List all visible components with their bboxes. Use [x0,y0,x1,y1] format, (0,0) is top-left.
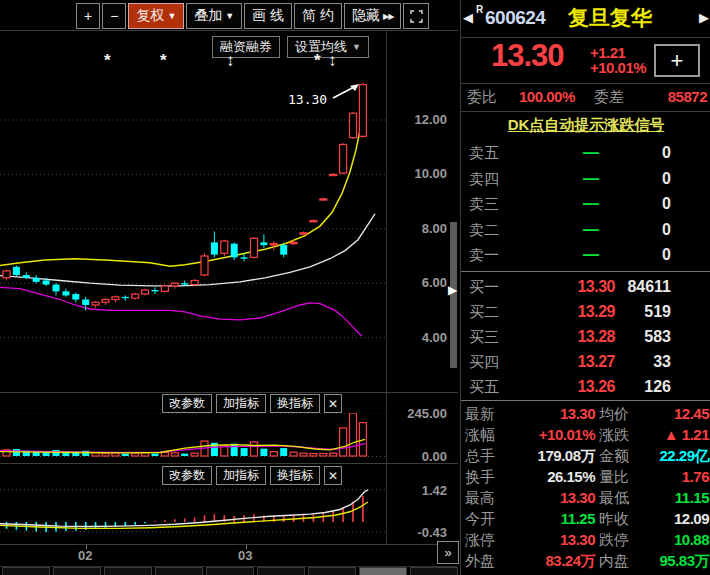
price-tick-label: 6.00 [387,275,447,290]
bid-level-volume: 583 [644,328,671,346]
chevron-down-icon: ▼ [352,43,361,52]
stat-row: 最高 13.30 最低 11.15 [461,488,710,509]
ask-level-label: 卖三 [469,195,499,214]
fullscreen-button[interactable] [403,3,429,29]
ask-level-volume: 0 [662,195,671,213]
bid-level-row[interactable]: 买三 13.28 583 [461,326,710,351]
stat-label: 外盘 [465,552,495,571]
price-tick-label: 8.00 [387,221,447,236]
indicator-tab[interactable] [206,567,254,575]
stat-row: 今开 11.25 昨收 12.09 [461,509,710,530]
stat-value: 83.24万 [545,552,595,571]
stat-label: 总手 [465,447,495,466]
bid-level-label: 买五 [469,378,499,397]
margin-trading-button[interactable]: 融资融券 [212,36,280,58]
volume-tick-label: 245.00 [387,406,447,421]
macd-chart[interactable] [0,487,388,539]
stat-label: 涨跌 [599,426,629,445]
weibi-row: 委比 100.00% 委差 85872 [461,88,710,108]
ask-level-price: — [583,195,599,213]
indicator-tab[interactable] [359,567,407,575]
simple-mode-button[interactable]: 简 约 [294,3,342,29]
bid-level-label: 买二 [469,303,499,322]
stat-value: 95.83万 [659,552,709,571]
bid-level-volume: 126 [644,378,671,396]
ask-level-row[interactable]: 卖四 — 0 [461,168,710,193]
bid-level-row[interactable]: 买四 13.27 33 [461,351,710,376]
event-marker-icon: ↕ [328,54,337,68]
hide-button[interactable]: 隐藏▶▶ [344,3,401,29]
ask-level-volume: 0 [662,246,671,264]
time-tick-label: 03 [238,548,252,563]
bid-level-row[interactable]: 买五 13.26 126 [461,376,710,401]
expand-right-button[interactable]: » [437,541,459,564]
bid-level-price: 13.30 [577,278,615,296]
indicator-tab[interactable] [308,567,356,575]
time-tick-label: 02 [78,548,92,563]
bid-level-volume: 84611 [627,278,671,296]
ask-level-price: — [583,221,599,239]
close-panel-icon[interactable]: ✕ [324,394,342,413]
switch-indicator-button[interactable]: 换指标 [270,466,320,485]
bid-level-price: 13.29 [577,303,615,321]
prev-stock-arrow[interactable]: ◀ [463,10,473,25]
stat-value: +10.01% [539,426,595,443]
stat-label: 金额 [599,447,629,466]
add-indicator-button[interactable]: 加指标 [216,394,266,413]
stat-value: 26.15% [547,468,595,485]
bid-level-price: 13.26 [577,378,615,396]
collapse-handle-icon[interactable]: ▶ [448,283,457,297]
stat-value: 10.88 [674,531,709,548]
stock-app-window: + − 复权▼ 叠加▼ 画 线 简 约 隐藏▶▶ 融资融券 设置均线▼ **↕*… [0,0,710,575]
zoom-in-button[interactable]: + [76,3,100,29]
axis-divider [386,31,387,544]
stat-value: 13.30 [560,489,595,506]
ask-level-label: 卖五 [469,144,499,163]
zoom-out-button[interactable]: − [102,3,126,29]
indicator-tab[interactable] [2,567,50,575]
dk-signal-link[interactable]: DK点自动提示涨跌信号 [461,116,710,135]
last-price: 13.30 [491,38,564,74]
stat-value: 12.09 [674,510,709,527]
ask-level-row[interactable]: 卖三 — 0 [461,193,710,218]
draw-line-button[interactable]: 画 线 [244,3,292,29]
macd-tick-label: 1.42 [387,483,447,498]
overlay-button[interactable]: 叠加▼ [186,3,242,29]
stat-label: 涨停 [465,531,495,550]
stat-row: 外盘 83.24万 内盘 95.83万 [461,551,710,572]
ask-level-row[interactable]: 卖二 — 0 [461,219,710,244]
bid-level-label: 买四 [469,353,499,372]
add-indicator-button[interactable]: 加指标 [216,466,266,485]
stat-row: 总手 179.08万 金额 22.29亿 [461,446,710,467]
stat-label: 量比 [599,468,629,487]
indicator-tab[interactable] [257,567,305,575]
candlestick-chart[interactable]: 13.30 [0,68,388,392]
stat-label: 最新 [465,405,495,424]
next-stock-arrow[interactable]: ▶ [699,10,709,25]
ask-level-row[interactable]: 卖五 — 0 [461,142,710,167]
weicha-label: 委差 [594,88,624,107]
indicator-tab[interactable] [53,567,101,575]
stat-label: 跌停 [599,531,629,550]
ask-level-price: — [583,170,599,188]
stat-row: 最新 13.30 均价 12.45 [461,404,710,425]
stat-label: 最低 [599,489,629,508]
stat-label: 均价 [599,405,629,424]
volume-chart[interactable] [0,413,388,459]
ask-level-label: 卖二 [469,221,499,240]
bid-level-row[interactable]: 买二 13.29 519 [461,301,710,326]
close-panel-icon[interactable]: ✕ [324,466,342,485]
indicator-tab[interactable] [104,567,152,575]
indicator-tab[interactable] [155,567,203,575]
change-params-button[interactable]: 改参数 [162,466,212,485]
adjust-price-button[interactable]: 复权▼ [128,3,184,29]
ask-level-volume: 0 [662,170,671,188]
volume-tick-label: 0.00 [387,449,447,464]
bid-level-row[interactable]: 买一 13.30 84611 [461,276,710,301]
add-to-watchlist-button[interactable]: + [654,44,700,77]
switch-indicator-button[interactable]: 换指标 [270,394,320,413]
change-params-button[interactable]: 改参数 [162,394,212,413]
ask-level-row[interactable]: 卖一 — 0 [461,244,710,269]
stat-value: 13.30 [560,405,595,422]
indicator-tab[interactable] [410,567,458,575]
